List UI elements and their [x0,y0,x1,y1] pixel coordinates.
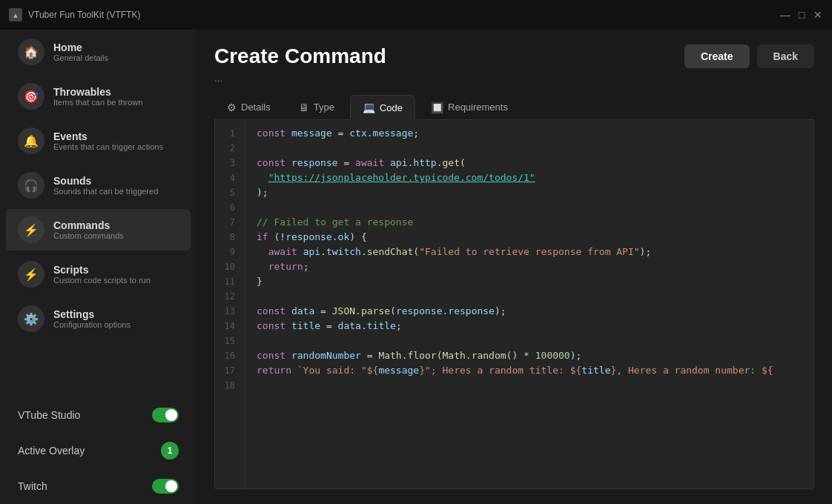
tab-type[interactable]: 🖥 Type [286,94,347,119]
details-tab-icon: ⚙ [227,102,237,113]
code-content[interactable]: const message = ctx.message; const respo… [245,120,813,488]
code-line-11: } [257,274,813,289]
active-overlay-label: Active Overlay [18,445,85,457]
code-line-16: const randomNumber = Math.floor(Math.ran… [257,348,813,363]
title-bar: ▲ VTuber Fun ToolKit (VTFTK) — □ ✕ [0,0,832,30]
sidebar-settings-label: Settings [53,308,131,320]
code-line-8: if (!response.ok) { [257,230,813,245]
tab-requirements[interactable]: 🔲 Requirements [418,94,521,119]
sidebar-events-label: Events [53,130,163,142]
code-line-5: ); [257,185,813,200]
code-line-10: return; [257,259,813,274]
sidebar-item-vtube-studio[interactable]: VTube Studio [6,399,191,431]
sidebar-home-sub: General details [53,53,108,62]
sidebar-events-sub: Events that can trigger actions [53,142,163,151]
code-line-4: "https://jsonplaceholder.typicode.com/to… [257,170,813,185]
throwables-icon: 🎯 [18,83,44,110]
settings-icon: ⚙️ [18,305,44,332]
sidebar-scripts-label: Scripts [53,264,151,276]
sidebar-commands-sub: Custom commands [53,231,124,240]
sidebar-commands-label: Commands [53,219,124,231]
active-overlay-badge: 1 [161,442,179,460]
sidebar-item-scripts[interactable]: ⚡ Scripts Custom code scripts to run [6,253,191,295]
code-line-6 [257,200,813,215]
app-title: VTuber Fun ToolKit (VTFTK) [28,10,140,20]
sidebar-item-active-overlay[interactable]: Active Overlay 1 [6,433,191,468]
code-line-2 [257,141,813,156]
scripts-icon: ⚡ [18,261,44,288]
close-button[interactable]: ✕ [813,10,823,20]
header-buttons: Create Back [684,44,814,68]
code-editor[interactable]: 1 2 3 4 5 6 7 8 9 10 11 12 13 14 15 16 1… [214,120,814,489]
vtube-studio-label: VTube Studio [18,409,80,421]
commands-icon: ⚡ [18,216,44,243]
requirements-tab-icon: 🔲 [431,102,443,113]
sidebar-home-label: Home [53,42,108,53]
code-line-9: await api.twitch.sendChat("Failed to ret… [257,245,813,259]
details-tab-label: Details [241,102,271,113]
sidebar-item-twitch[interactable]: Twitch [6,470,191,503]
code-line-15 [257,334,813,348]
twitch-toggle[interactable] [152,479,179,494]
maximize-button[interactable]: □ [796,10,807,20]
content-area: Create Command Create Back ... ⚙ Details… [197,30,832,504]
sidebar-throwables-label: Throwables [53,86,142,98]
sidebar-item-throwables[interactable]: 🎯 Throwables Items that can be thrown [6,76,191,117]
app-logo: ▲ [9,8,22,21]
code-line-13: const data = JSON.parse(response.respons… [257,304,813,319]
events-icon: 🔔 [18,127,44,154]
minimize-button[interactable]: — [780,10,790,20]
breadcrumb: ... [214,73,814,84]
page-title: Create Command [214,44,386,68]
code-tab-label: Code [380,102,403,113]
tab-bar: ⚙ Details 🖥 Type 💻 Code 🔲 Requirements [214,94,814,120]
sounds-icon: 🎧 [18,172,44,199]
sidebar: 🏠 Home General details 🎯 Throwables Item… [0,30,197,504]
requirements-tab-label: Requirements [448,102,508,113]
code-line-14: const title = data.title; [257,319,813,334]
sidebar-item-events[interactable]: 🔔 Events Events that can trigger actions [6,120,191,162]
tab-details[interactable]: ⚙ Details [214,94,283,119]
sidebar-scripts-sub: Custom code scripts to run [53,276,151,285]
sidebar-item-home[interactable]: 🏠 Home General details [6,31,191,73]
sidebar-item-sounds[interactable]: 🎧 Sounds Sounds that can be triggered [6,165,191,206]
home-icon: 🏠 [18,39,44,65]
code-line-7: // Failed to get a response [257,215,813,230]
line-numbers: 1 2 3 4 5 6 7 8 9 10 11 12 13 14 15 16 1… [215,120,245,488]
sidebar-settings-sub: Configuration options [53,320,131,329]
main-layout: 🏠 Home General details 🎯 Throwables Item… [0,30,832,504]
window-controls: — □ ✕ [780,10,823,20]
type-tab-icon: 🖥 [299,102,309,113]
tab-code[interactable]: 💻 Code [350,95,415,120]
code-line-12 [257,289,813,304]
content-header: Create Command Create Back [214,44,814,68]
type-tab-label: Type [314,102,334,113]
code-line-17: return `You said: "${message}"; Heres a … [257,363,813,378]
sidebar-throwables-sub: Items that can be thrown [53,98,142,107]
code-line-18 [257,378,813,393]
sidebar-item-commands[interactable]: ⚡ Commands Custom commands [6,209,191,251]
sidebar-sounds-sub: Sounds that can be triggered [53,187,158,196]
twitch-label: Twitch [18,480,47,492]
sidebar-bottom: VTube Studio Active Overlay 1 Twitch [0,397,197,504]
back-button[interactable]: Back [757,44,814,68]
sidebar-sounds-label: Sounds [53,175,158,187]
code-tab-icon: 💻 [363,102,375,113]
sidebar-item-settings[interactable]: ⚙️ Settings Configuration options [6,298,191,339]
title-bar-left: ▲ VTuber Fun ToolKit (VTFTK) [9,8,140,21]
create-button[interactable]: Create [684,44,750,68]
code-line-1: const message = ctx.message; [257,126,813,141]
vtube-studio-toggle[interactable] [152,408,179,422]
code-line-3: const response = await api.http.get( [257,156,813,170]
